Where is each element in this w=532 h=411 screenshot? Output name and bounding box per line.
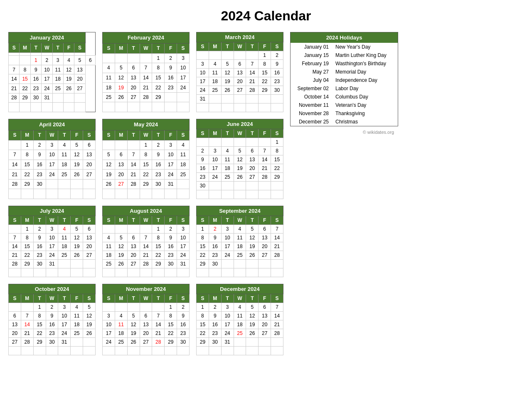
day-cell	[234, 338, 246, 347]
day-cell	[259, 338, 271, 347]
day-header: M	[209, 216, 221, 225]
day-cell: 20	[140, 329, 152, 338]
day-header: M	[209, 42, 221, 51]
day-cell	[177, 102, 190, 112]
day-cell: 9	[271, 60, 283, 69]
day-cell: 7	[9, 234, 21, 242]
day-cell: 13	[246, 155, 259, 164]
day-header: S	[103, 130, 115, 140]
day-cell: 12	[71, 234, 83, 242]
day-header: W	[234, 294, 246, 303]
week-row: 21222324252627	[9, 251, 96, 260]
day-header: W	[140, 130, 152, 140]
day-cell: 1	[197, 225, 209, 234]
day-cell: 30	[177, 338, 190, 347]
day-cell: 5	[103, 150, 115, 160]
day-cell: 16	[165, 73, 177, 83]
day-cell	[259, 182, 271, 190]
day-header: W	[234, 216, 246, 225]
holiday-date: December 25	[291, 118, 332, 126]
day-cell: 20	[83, 242, 96, 251]
week-row: 6789101112	[9, 312, 96, 320]
day-cell: 24	[46, 251, 58, 260]
day-cell: 1	[21, 225, 33, 234]
day-cell: 2	[46, 303, 58, 312]
day-cell: 8	[197, 234, 209, 242]
holiday-row: September 02Labor Day	[291, 84, 398, 93]
day-cell	[152, 102, 165, 112]
day-cell: 28	[127, 179, 140, 189]
day-cell: 10	[46, 150, 58, 160]
day-cell: 11	[103, 73, 115, 83]
day-header: S	[9, 294, 21, 303]
day-cell: 19	[71, 160, 83, 170]
day-cell: 15	[152, 73, 165, 83]
day-header: T	[127, 216, 140, 225]
day-cell	[234, 182, 246, 190]
day-cell: 30	[197, 182, 209, 190]
day-cell: 10	[177, 234, 190, 242]
day-cell: 24	[177, 83, 190, 93]
day-cell: 21	[271, 242, 283, 251]
day-cell	[83, 268, 96, 277]
day-cell	[165, 102, 177, 112]
day-cell: 30	[30, 93, 41, 103]
day-cell: 1	[197, 303, 209, 312]
day-cell: 26	[127, 338, 140, 347]
day-cell: 26	[234, 173, 246, 182]
day-cell	[140, 189, 152, 199]
day-cell: 2	[209, 303, 221, 312]
holiday-row: January 15Martin Luther King Day	[291, 51, 398, 59]
day-cell: 17	[103, 329, 115, 338]
day-cell: 3	[165, 140, 177, 150]
day-cell	[103, 189, 115, 199]
day-cell: 16	[30, 74, 41, 84]
day-header: S	[83, 130, 96, 140]
day-cell: 2	[271, 51, 283, 60]
day-cell	[74, 103, 85, 112]
day-cell: 7	[140, 234, 152, 242]
day-cell: 1	[21, 140, 33, 150]
day-cell	[115, 347, 127, 355]
holiday-date: September 02	[291, 84, 332, 93]
day-header: F	[259, 216, 271, 225]
day-cell: 8	[140, 150, 152, 160]
month-calendar-6: June 2024SMTWTFS123456789101112131415161…	[196, 119, 283, 199]
day-cell	[259, 268, 271, 277]
day-cell: 12	[234, 155, 246, 164]
day-cell: 15	[197, 320, 209, 329]
day-cell: 18	[58, 242, 71, 251]
holiday-row: July 04Independence Day	[291, 76, 398, 84]
day-cell	[9, 268, 21, 277]
week-row: 78910111213	[9, 150, 96, 160]
week-row: 123456	[9, 225, 96, 234]
day-cell: 24	[165, 170, 177, 180]
day-cell: 27	[83, 251, 96, 260]
day-cell	[127, 102, 140, 112]
holiday-name: Martin Luther King Day	[332, 51, 398, 59]
day-cell: 21	[21, 329, 33, 338]
day-cell: 9	[152, 150, 165, 160]
day-cell: 27	[74, 84, 85, 93]
holiday-row: January 01New Year's Day	[291, 43, 398, 51]
day-cell	[209, 95, 221, 103]
day-header: T	[246, 42, 259, 51]
day-cell: 25	[177, 170, 190, 180]
holidays-table: January 01New Year's DayJanuary 15Martin…	[291, 43, 398, 126]
day-cell: 15	[197, 242, 209, 251]
day-cell: 10	[221, 234, 234, 242]
day-cell	[127, 53, 140, 63]
day-cell: 28	[9, 93, 20, 103]
day-header: T	[221, 42, 234, 51]
day-cell	[9, 225, 21, 234]
day-cell: 3	[46, 140, 58, 150]
day-cell	[127, 268, 140, 277]
day-cell: 21	[140, 83, 152, 93]
day-header: S	[271, 129, 283, 138]
week-row: 31	[197, 95, 283, 103]
day-cell: 10	[58, 312, 71, 320]
week-row: 123	[103, 53, 190, 63]
day-cell	[127, 140, 140, 150]
day-cell: 22	[21, 170, 33, 180]
week-row: 28293031	[9, 260, 96, 268]
